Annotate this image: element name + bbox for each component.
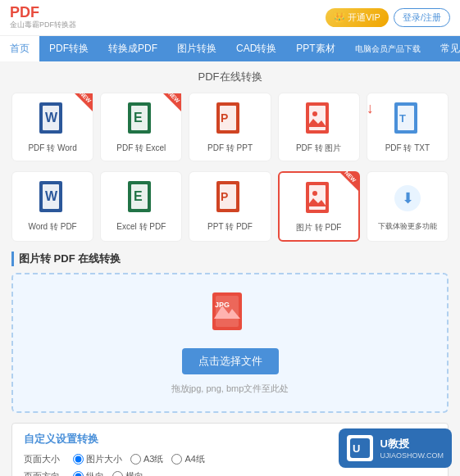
svg-text:W: W [45,111,58,125]
tool-word-to-pdf[interactable]: W Word 转 PDF [11,171,93,242]
tool-pdf-to-ppt[interactable]: P PDF 转 PPT [189,93,271,161]
nav-item-to-pdf[interactable]: 转换成PDF [98,36,167,61]
watermark-overlay: U U教授 UJIAOSHOW.COM [339,428,452,468]
radio-landscape[interactable]: 横向 [112,470,143,476]
main-content: PDF在线转换 NEW W PDF 转 Word NEW [0,61,460,476]
overlay-text: U教授 UJIAOSHOW.COM [380,437,444,460]
tool-label-ppt2pdf: PPT 转 PDF [207,221,253,233]
convert-section-title: 图片转 PDF 在线转换 [11,252,449,266]
convert-section: 图片转 PDF 在线转换 JPG 点击选择文件 拖放jpg, png, bmp文… [11,252,449,413]
overlay-icon: U [347,435,373,461]
login-button[interactable]: 登录/注册 [394,8,450,27]
upload-area[interactable]: JPG 点击选择文件 拖放jpg, png, bmp文件至此处 [11,273,449,413]
svg-point-27 [312,191,317,196]
upload-button[interactable]: 点击选择文件 [182,348,279,374]
tool-label-download: 下载体验更多功能 [378,221,437,232]
logo-subtitle: 金山毒霸PDF转换器 [10,20,76,30]
logo-pdf: PDF [10,5,39,20]
tool-img-to-pdf[interactable]: NEW 图片 转 PDF [278,171,360,242]
svg-text:U: U [353,442,360,455]
excel-icon: E [125,102,157,138]
radio-portrait[interactable]: 纵向 [73,470,104,476]
tool-pdf-to-word[interactable]: NEW W PDF 转 Word [11,93,93,161]
tool-pdf-to-txt[interactable]: T PDF 转 TXT [367,93,449,161]
header-buttons: 👑 开通VIP 登录/注册 [326,8,450,27]
navigation: 首页 PDF转换 转换成PDF 图片转换 CAD转换 PPT素材 电脑会员产品下… [0,36,460,61]
svg-text:⬇: ⬇ [402,190,414,206]
tool-pdf-to-excel[interactable]: NEW E PDF 转 Excel [100,93,182,161]
tool-ppt-to-pdf[interactable]: P PPT 转 PDF [189,171,271,242]
tool-label-excel2pdf: Excel 转 PDF [116,221,166,233]
ppt2pdf-icon: P [214,180,245,216]
svg-text:P: P [221,190,228,203]
radio-a4[interactable]: A4纸 [171,453,204,465]
tool-label-img2pdf: 图片 转 PDF [296,222,342,233]
tool-download-more[interactable]: ⬇ 下载体验更多功能 [367,171,449,242]
svg-text:E: E [134,111,143,125]
tool-label-txt: PDF 转 TXT [385,143,430,154]
excel2pdf-icon: E [125,180,157,216]
svg-text:E: E [134,189,143,203]
settings-label-direction: 页面方向 [24,470,65,476]
radio-img-size[interactable]: 图片大小 [73,453,122,465]
nav-item-faq[interactable]: 常见问题 [430,36,460,61]
nav-item-download[interactable]: 电脑会员产品下载 [345,38,430,61]
word2pdf-icon: W [37,180,68,216]
nav-item-cad[interactable]: CAD转换 [226,36,286,61]
radio-a3[interactable]: A3纸 [130,453,163,465]
image-icon [303,102,335,138]
nav-item-pdf-convert[interactable]: PDF转换 [39,36,98,61]
header: PDF 金山毒霸PDF转换器 👑 开通VIP 登录/注册 [0,0,460,36]
tool-label-word2pdf: Word 转 PDF [28,221,76,233]
svg-point-11 [312,111,317,116]
txt-icon: T [392,102,423,138]
tool-grid-row1: NEW W PDF 转 Word NEW E PDF 转 Ex [11,93,449,161]
download-icon: ⬇ [392,180,423,216]
settings-label-pagesize: 页面大小 [24,453,65,465]
settings-row-direction: 页面方向 纵向 横向 [24,470,436,476]
nav-item-image-convert[interactable]: 图片转换 [167,36,226,61]
nav-item-home[interactable]: 首页 [0,36,39,61]
tool-label-ppt: PDF 转 PPT [207,143,253,154]
radio-group-pagesize: 图片大小 A3纸 A4纸 [73,453,205,465]
logo-area: PDF 金山毒霸PDF转换器 [10,5,76,30]
tool-label-excel: PDF 转 Excel [116,143,166,154]
section-title: PDF在线转换 [11,70,449,84]
svg-text:T: T [399,112,406,125]
vip-button[interactable]: 👑 开通VIP [326,8,389,27]
crown-icon: 👑 [334,12,345,23]
upload-icon-wrap: JPG [209,291,252,340]
svg-text:P: P [221,111,228,125]
tool-pdf-to-image[interactable]: PDF 转 图片 ↓ [278,93,360,161]
tool-grid-row2: W Word 转 PDF E Excel 转 PDF P [11,171,449,242]
tool-excel-to-pdf[interactable]: E Excel 转 PDF [100,171,182,242]
radio-group-direction: 纵向 横向 [73,470,143,476]
img2pdf-icon [303,181,335,217]
tool-label-word: PDF 转 Word [28,143,76,154]
ppt-icon: P [214,102,245,138]
upload-hint: 拖放jpg, png, bmp文件至此处 [171,383,289,395]
word-icon: W [37,102,68,138]
svg-text:W: W [45,189,58,203]
tool-label-image: PDF 转 图片 [296,143,342,154]
nav-item-ppt[interactable]: PPT素材 [286,36,344,61]
